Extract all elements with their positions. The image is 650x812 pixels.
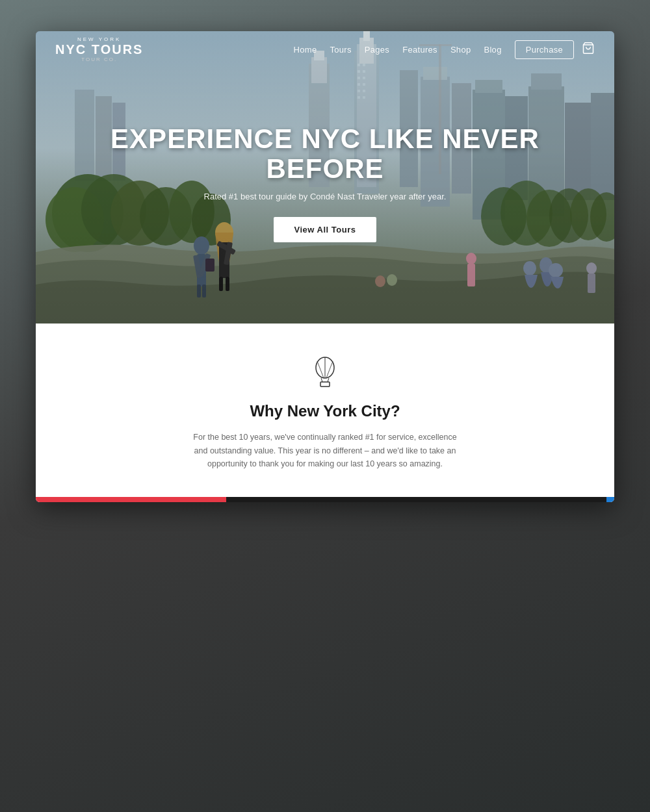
site-logo[interactable]: NEW YORK NYC TOURS Tour Co. bbox=[55, 36, 143, 62]
strip-black bbox=[226, 497, 606, 502]
navigation: NEW YORK NYC TOURS Tour Co. Home Tours P… bbox=[36, 31, 614, 68]
nav-link-features[interactable]: Features bbox=[402, 45, 437, 55]
nav-item-home[interactable]: Home bbox=[294, 44, 317, 55]
nav-link-tours[interactable]: Tours bbox=[330, 45, 352, 55]
balloon-icon bbox=[55, 356, 595, 393]
nav-item-tours[interactable]: Tours bbox=[330, 44, 352, 55]
nav-item-features[interactable]: Features bbox=[402, 44, 437, 55]
strip-red bbox=[36, 497, 226, 502]
strip-blue bbox=[606, 497, 614, 502]
svg-line-77 bbox=[321, 378, 322, 382]
hero-content: EXPERIENCE NYC LIKE NEVER BEFORE Rated #… bbox=[94, 124, 556, 242]
svg-line-75 bbox=[317, 361, 324, 378]
svg-rect-79 bbox=[320, 382, 330, 387]
nav-link-home[interactable]: Home bbox=[294, 45, 317, 55]
info-section: Why New York City? For the best 10 years… bbox=[36, 324, 614, 497]
logo-title: NYC TOURS bbox=[55, 42, 143, 57]
nav-link-pages[interactable]: Pages bbox=[365, 45, 389, 55]
info-description: For the best 10 years, we've continually… bbox=[188, 431, 462, 471]
view-all-tours-button[interactable]: View All Tours bbox=[274, 217, 377, 242]
hero-title: EXPERIENCE NYC LIKE NEVER BEFORE bbox=[94, 124, 556, 184]
browser-window: NEW YORK NYC TOURS Tour Co. Home Tours P… bbox=[36, 31, 614, 502]
svg-line-76 bbox=[326, 361, 333, 378]
logo-subtitle-bottom: Tour Co. bbox=[81, 57, 117, 62]
bottom-strip bbox=[36, 497, 614, 502]
nav-item-blog[interactable]: Blog bbox=[484, 44, 501, 55]
cart-icon[interactable] bbox=[582, 42, 595, 58]
nav-link-blog[interactable]: Blog bbox=[484, 45, 501, 55]
logo-subtitle-top: NEW YORK bbox=[77, 36, 121, 42]
nav-link-shop[interactable]: Shop bbox=[450, 45, 471, 55]
nav-links-list: Home Tours Pages Features Shop Blog Purc… bbox=[294, 44, 574, 55]
info-title: Why New York City? bbox=[55, 402, 595, 420]
hero-section: NEW YORK NYC TOURS Tour Co. Home Tours P… bbox=[36, 31, 614, 324]
svg-line-78 bbox=[328, 378, 329, 382]
nav-item-pages[interactable]: Pages bbox=[365, 44, 389, 55]
hero-subtitle: Rated #1 best tour guide by Condé Nast T… bbox=[94, 192, 556, 201]
nav-item-shop[interactable]: Shop bbox=[450, 44, 471, 55]
nav-item-purchase[interactable]: Purchase bbox=[515, 44, 574, 55]
purchase-button[interactable]: Purchase bbox=[515, 40, 574, 59]
